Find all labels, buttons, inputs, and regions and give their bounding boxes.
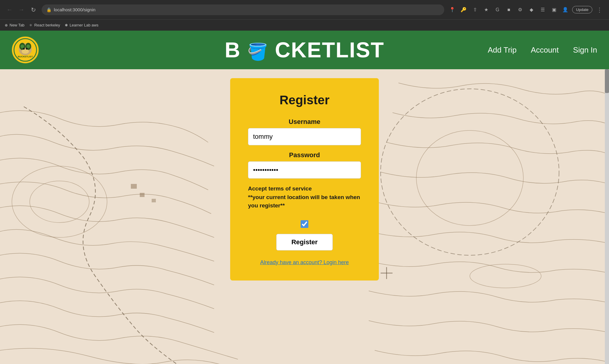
logo-area: BUCKETLIST	[12, 37, 39, 63]
nav-links: Add Trip Account Sign In	[488, 45, 597, 55]
svg-point-7	[23, 48, 25, 50]
share-icon-btn[interactable]: ⇧	[470, 5, 479, 14]
site-title-rest: CKETLIST	[275, 38, 384, 62]
nav-buttons: ← → ↻	[5, 5, 38, 15]
bookmark-react[interactable]: ⚛ React berkeley	[29, 23, 60, 27]
ext2-btn[interactable]: ■	[504, 5, 513, 14]
ext3-btn[interactable]: ⚙	[516, 5, 525, 14]
nav-add-trip[interactable]: Add Trip	[488, 45, 517, 55]
avatar-btn[interactable]: 👤	[561, 5, 570, 14]
svg-point-8	[26, 48, 28, 50]
ext4-btn[interactable]: ◆	[527, 5, 536, 14]
bookmark-learner-label: Learner Lab aws	[70, 23, 98, 27]
svg-rect-19	[140, 193, 145, 197]
bookmark-react-label: React berkeley	[34, 23, 60, 27]
app-container: BUCKETLIST B 🪣 CKETLIST Add Trip Account…	[0, 31, 609, 364]
svg-point-5	[26, 45, 30, 48]
new-tab-icon: ⊕	[5, 23, 8, 27]
svg-rect-18	[131, 184, 137, 189]
monitor-btn[interactable]: ▣	[550, 5, 558, 14]
more-btn[interactable]: ⋮	[595, 5, 604, 15]
url-text: localhost:3000/signin	[54, 7, 95, 12]
bookmark-learner[interactable]: ❃ Learner Lab aws	[65, 23, 98, 27]
svg-point-4	[21, 45, 24, 48]
ext5-btn[interactable]: ☰	[538, 5, 547, 14]
terms-line1: Accept terms of service	[248, 185, 312, 192]
nav-account[interactable]: Account	[531, 45, 559, 55]
browser-actions: 📍 🔑 ⇧ ★ G ■ ⚙ ◆ ☰ ▣ 👤 Update ⋮	[448, 5, 604, 15]
forward-button[interactable]: →	[17, 5, 26, 15]
logo-circle: BUCKETLIST	[12, 37, 39, 63]
bookmarks-bar: ⊕ New Tab ⚛ React berkeley ❃ Learner Lab…	[0, 19, 609, 31]
bucket-icon: 🪣	[247, 42, 269, 61]
key-icon-btn[interactable]: 🔑	[459, 5, 468, 14]
password-input[interactable]	[248, 161, 361, 179]
site-title: B 🪣 CKETLIST	[225, 38, 384, 62]
site-title-b: B	[225, 38, 241, 62]
terms-line2: **your current location will be taken wh…	[248, 194, 360, 209]
nav-header: BUCKETLIST B 🪣 CKETLIST Add Trip Account…	[0, 31, 609, 69]
star-icon-btn[interactable]: ★	[482, 5, 491, 14]
checkbox-row	[301, 220, 308, 228]
update-button[interactable]: Update	[572, 6, 592, 13]
login-link[interactable]: Already have an account? Login here	[260, 259, 349, 266]
react-icon: ⚛	[29, 23, 32, 27]
username-group: Username	[248, 118, 361, 145]
terms-text: Accept terms of service **your current l…	[248, 185, 361, 210]
bookmark-new-tab[interactable]: ⊕ New Tab	[5, 23, 24, 27]
username-label: Username	[248, 118, 361, 126]
scrollbar-thumb[interactable]	[605, 69, 609, 93]
address-bar[interactable]: 🔒 localhost:3000/signin	[42, 4, 444, 15]
svg-rect-20	[152, 199, 156, 202]
register-title: Register	[280, 93, 329, 107]
browser-chrome: ← → ↻ 🔒 localhost:3000/signin 📍 🔑 ⇧ ★ G …	[0, 0, 609, 19]
nav-sign-in[interactable]: Sign In	[573, 45, 597, 55]
register-card: Register Username Password Accept terms …	[230, 78, 379, 281]
svg-point-6	[22, 49, 29, 54]
reload-button[interactable]: ↻	[29, 5, 38, 15]
register-button[interactable]: Register	[276, 234, 333, 250]
learner-icon: ❃	[65, 23, 68, 27]
ext1-btn[interactable]: G	[493, 5, 502, 14]
location-icon-btn[interactable]: 📍	[448, 5, 457, 14]
lock-icon: 🔒	[46, 7, 51, 12]
main-content: Register Username Password Accept terms …	[0, 69, 609, 364]
back-button[interactable]: ←	[5, 5, 14, 15]
password-label: Password	[248, 151, 361, 159]
scrollbar[interactable]	[605, 69, 609, 364]
password-group: Password	[248, 151, 361, 179]
bookmark-new-tab-label: New Tab	[10, 23, 24, 27]
svg-text:BUCKETLIST: BUCKETLIST	[18, 55, 33, 58]
username-input[interactable]	[248, 128, 361, 145]
terms-section: Accept terms of service **your current l…	[248, 185, 361, 214]
terms-checkbox[interactable]	[301, 220, 308, 228]
